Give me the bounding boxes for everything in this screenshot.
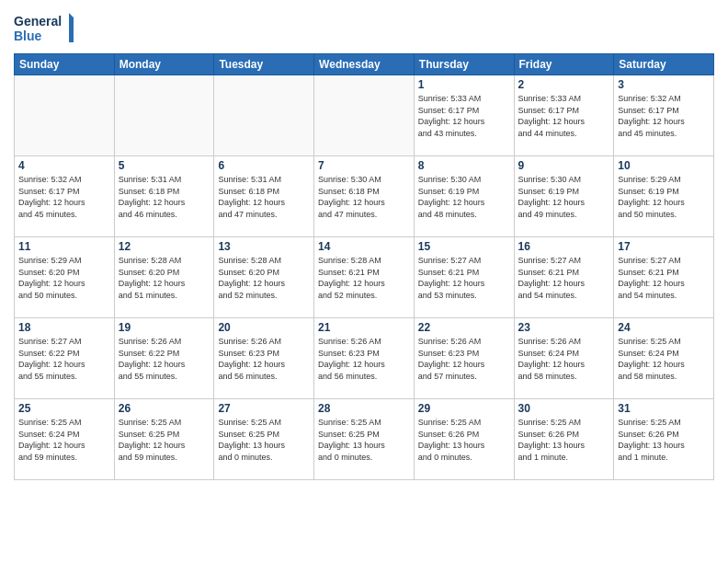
day-info: Sunrise: 5:28 AM Sunset: 6:20 PM Dayligh…: [119, 255, 210, 301]
logo: General Blue: [14, 9, 78, 46]
day-info: Sunrise: 5:27 AM Sunset: 6:21 PM Dayligh…: [418, 255, 510, 301]
day-number: 21: [318, 321, 410, 334]
day-info: Sunrise: 5:29 AM Sunset: 6:20 PM Dayligh…: [18, 255, 110, 301]
day-cell: 26Sunrise: 5:25 AM Sunset: 6:25 PM Dayli…: [114, 399, 214, 480]
day-info: Sunrise: 5:25 AM Sunset: 6:25 PM Dayligh…: [318, 417, 410, 463]
day-info: Sunrise: 5:32 AM Sunset: 6:17 PM Dayligh…: [618, 93, 710, 139]
day-number: 17: [618, 240, 710, 253]
day-number: 8: [418, 159, 510, 172]
page: General Blue SundayMondayTuesdayWednesda…: [0, 0, 728, 563]
day-cell: [114, 75, 214, 156]
svg-marker-2: [69, 13, 78, 42]
day-cell: 10Sunrise: 5:29 AM Sunset: 6:19 PM Dayli…: [614, 156, 714, 237]
day-info: Sunrise: 5:25 AM Sunset: 6:26 PM Dayligh…: [418, 417, 510, 463]
day-number: 2: [518, 78, 610, 91]
day-cell: 12Sunrise: 5:28 AM Sunset: 6:20 PM Dayli…: [114, 237, 214, 318]
day-number: 4: [18, 159, 110, 172]
day-cell: 5Sunrise: 5:31 AM Sunset: 6:18 PM Daylig…: [114, 156, 214, 237]
day-number: 27: [218, 402, 310, 415]
day-cell: 30Sunrise: 5:25 AM Sunset: 6:26 PM Dayli…: [514, 399, 614, 480]
day-cell: [15, 75, 115, 156]
week-row-4: 18Sunrise: 5:27 AM Sunset: 6:22 PM Dayli…: [15, 318, 714, 399]
day-info: Sunrise: 5:26 AM Sunset: 6:23 PM Dayligh…: [418, 336, 510, 382]
day-info: Sunrise: 5:30 AM Sunset: 6:19 PM Dayligh…: [518, 174, 610, 220]
day-cell: 31Sunrise: 5:25 AM Sunset: 6:26 PM Dayli…: [614, 399, 714, 480]
header: General Blue: [14, 9, 714, 46]
day-cell: 18Sunrise: 5:27 AM Sunset: 6:22 PM Dayli…: [15, 318, 115, 399]
day-info: Sunrise: 5:31 AM Sunset: 6:18 PM Dayligh…: [218, 174, 310, 220]
day-number: 6: [218, 159, 310, 172]
day-cell: 11Sunrise: 5:29 AM Sunset: 6:20 PM Dayli…: [15, 237, 115, 318]
day-info: Sunrise: 5:25 AM Sunset: 6:24 PM Dayligh…: [18, 417, 110, 463]
week-row-2: 4Sunrise: 5:32 AM Sunset: 6:17 PM Daylig…: [15, 156, 714, 237]
day-number: 29: [418, 402, 510, 415]
weekday-monday: Monday: [114, 54, 214, 75]
day-number: 25: [18, 402, 110, 415]
day-info: Sunrise: 5:27 AM Sunset: 6:22 PM Dayligh…: [18, 336, 110, 382]
weekday-friday: Friday: [514, 54, 614, 75]
day-info: Sunrise: 5:32 AM Sunset: 6:17 PM Dayligh…: [18, 174, 110, 220]
day-number: 31: [618, 402, 710, 415]
day-cell: 28Sunrise: 5:25 AM Sunset: 6:25 PM Dayli…: [314, 399, 415, 480]
day-info: Sunrise: 5:26 AM Sunset: 6:23 PM Dayligh…: [318, 336, 410, 382]
week-row-1: 1Sunrise: 5:33 AM Sunset: 6:17 PM Daylig…: [15, 75, 714, 156]
day-number: 22: [418, 321, 510, 334]
day-number: 10: [618, 159, 710, 172]
day-info: Sunrise: 5:26 AM Sunset: 6:24 PM Dayligh…: [518, 336, 610, 382]
day-number: 7: [318, 159, 410, 172]
day-info: Sunrise: 5:25 AM Sunset: 6:26 PM Dayligh…: [618, 417, 710, 463]
day-info: Sunrise: 5:30 AM Sunset: 6:18 PM Dayligh…: [318, 174, 410, 220]
day-cell: 13Sunrise: 5:28 AM Sunset: 6:20 PM Dayli…: [214, 237, 314, 318]
day-cell: 27Sunrise: 5:25 AM Sunset: 6:25 PM Dayli…: [214, 399, 314, 480]
day-number: 15: [418, 240, 510, 253]
day-info: Sunrise: 5:26 AM Sunset: 6:23 PM Dayligh…: [218, 336, 310, 382]
day-cell: 8Sunrise: 5:30 AM Sunset: 6:19 PM Daylig…: [414, 156, 514, 237]
day-cell: 4Sunrise: 5:32 AM Sunset: 6:17 PM Daylig…: [15, 156, 115, 237]
day-number: 20: [218, 321, 310, 334]
day-number: 23: [518, 321, 610, 334]
week-row-3: 11Sunrise: 5:29 AM Sunset: 6:20 PM Dayli…: [15, 237, 714, 318]
day-cell: 29Sunrise: 5:25 AM Sunset: 6:26 PM Dayli…: [414, 399, 514, 480]
logo-svg: General Blue: [14, 9, 78, 46]
day-number: 1: [418, 78, 510, 91]
day-number: 18: [18, 321, 110, 334]
day-info: Sunrise: 5:27 AM Sunset: 6:21 PM Dayligh…: [518, 255, 610, 301]
weekday-sunday: Sunday: [15, 54, 115, 75]
day-cell: 14Sunrise: 5:28 AM Sunset: 6:21 PM Dayli…: [314, 237, 415, 318]
day-cell: 2Sunrise: 5:33 AM Sunset: 6:17 PM Daylig…: [514, 75, 614, 156]
day-info: Sunrise: 5:26 AM Sunset: 6:22 PM Dayligh…: [119, 336, 210, 382]
day-number: 26: [119, 402, 210, 415]
svg-text:General: General: [14, 14, 62, 29]
day-cell: 24Sunrise: 5:25 AM Sunset: 6:24 PM Dayli…: [614, 318, 714, 399]
weekday-tuesday: Tuesday: [214, 54, 314, 75]
day-number: 3: [618, 78, 710, 91]
svg-text:Blue: Blue: [14, 29, 42, 43]
day-number: 16: [518, 240, 610, 253]
week-row-5: 25Sunrise: 5:25 AM Sunset: 6:24 PM Dayli…: [15, 399, 714, 480]
day-info: Sunrise: 5:31 AM Sunset: 6:18 PM Dayligh…: [119, 174, 210, 220]
day-cell: 17Sunrise: 5:27 AM Sunset: 6:21 PM Dayli…: [614, 237, 714, 318]
weekday-wednesday: Wednesday: [314, 54, 415, 75]
day-number: 19: [119, 321, 210, 334]
day-number: 5: [119, 159, 210, 172]
day-cell: [314, 75, 415, 156]
day-info: Sunrise: 5:25 AM Sunset: 6:24 PM Dayligh…: [618, 336, 710, 382]
day-cell: 1Sunrise: 5:33 AM Sunset: 6:17 PM Daylig…: [414, 75, 514, 156]
day-cell: 22Sunrise: 5:26 AM Sunset: 6:23 PM Dayli…: [414, 318, 514, 399]
day-info: Sunrise: 5:25 AM Sunset: 6:25 PM Dayligh…: [218, 417, 310, 463]
weekday-thursday: Thursday: [414, 54, 514, 75]
day-info: Sunrise: 5:25 AM Sunset: 6:26 PM Dayligh…: [518, 417, 610, 463]
day-cell: 20Sunrise: 5:26 AM Sunset: 6:23 PM Dayli…: [214, 318, 314, 399]
weekday-saturday: Saturday: [614, 54, 714, 75]
day-number: 9: [518, 159, 610, 172]
day-cell: [214, 75, 314, 156]
day-number: 13: [218, 240, 310, 253]
weekday-header-row: SundayMondayTuesdayWednesdayThursdayFrid…: [15, 54, 714, 75]
day-cell: 21Sunrise: 5:26 AM Sunset: 6:23 PM Dayli…: [314, 318, 415, 399]
day-info: Sunrise: 5:30 AM Sunset: 6:19 PM Dayligh…: [418, 174, 510, 220]
day-number: 12: [119, 240, 210, 253]
day-cell: 3Sunrise: 5:32 AM Sunset: 6:17 PM Daylig…: [614, 75, 714, 156]
day-info: Sunrise: 5:29 AM Sunset: 6:19 PM Dayligh…: [618, 174, 710, 220]
day-info: Sunrise: 5:33 AM Sunset: 6:17 PM Dayligh…: [518, 93, 610, 139]
day-cell: 7Sunrise: 5:30 AM Sunset: 6:18 PM Daylig…: [314, 156, 415, 237]
